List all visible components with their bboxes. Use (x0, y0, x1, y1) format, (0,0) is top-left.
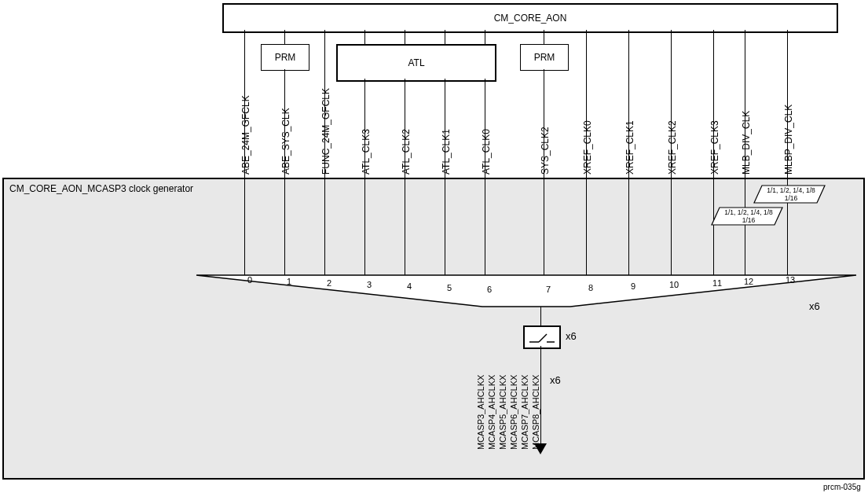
mux-idx-12: 12 (744, 277, 753, 286)
wire (540, 307, 541, 325)
cm-core-aon-label: CM_CORE_AON (494, 13, 567, 24)
svg-line-4 (539, 334, 547, 342)
x6-output: x6 (550, 374, 561, 386)
wire (364, 79, 365, 283)
mux-idx-10: 10 (669, 280, 679, 289)
out-1: MCASP4_AHCLKX (487, 375, 496, 450)
sig-7: SYS_CLK2 (540, 127, 551, 175)
wire (485, 30, 485, 44)
mux-shape (196, 275, 856, 314)
wire (284, 30, 285, 44)
sig-5: ATL_CLK1 (441, 129, 452, 175)
clock-generator-title: CM_CORE_AON_MCASP3 clock generator (9, 183, 193, 194)
wire (445, 79, 445, 287)
mux-idx-2: 2 (327, 278, 331, 288)
wire (445, 30, 445, 44)
prm-label-1: PRM (275, 52, 296, 63)
sig-1: ABE_SYS_CLK (280, 108, 291, 175)
prm-label-2: PRM (534, 52, 555, 63)
out-5: MCASP8_AHCLKX (531, 375, 540, 450)
mux-idx-0: 0 (247, 275, 252, 285)
prm-box-right: PRM (520, 44, 569, 71)
mux-idx-13: 13 (786, 275, 795, 285)
mux-idx-7: 7 (546, 285, 551, 294)
sig-4: ATL_CLK2 (401, 129, 412, 175)
wire (787, 203, 788, 280)
mux-idx-8: 8 (588, 283, 593, 292)
sig-11: XREF_CLK3 (709, 120, 720, 175)
sig-12: MLB_DIV_CLK (741, 111, 752, 175)
diagram: CM_CORE_AON PRM ATL PRM CM_CORE_AON_MCAS… (0, 0, 868, 500)
switch-icon (528, 329, 556, 345)
x6-switch: x6 (566, 330, 577, 342)
divider-text-12: 1/1, 1/2, 1/4, 1/81/16 (722, 208, 775, 224)
sig-3: ATL_CLK3 (361, 129, 372, 175)
out-3: MCASP6_AHCLKX (509, 375, 518, 450)
wire (405, 30, 405, 44)
sig-0: ABE_24M_GFCLK (240, 95, 251, 175)
wire (745, 225, 745, 283)
out-4: MCASP7_AHCLKX (520, 375, 529, 450)
sig-13: MLBP_DIV_CLK (783, 105, 794, 175)
sig-9: XREF_CLK1 (624, 120, 635, 175)
sig-8: XREF_CLK0 (582, 120, 593, 175)
atl-label: ATL (408, 57, 424, 68)
wire (485, 79, 485, 289)
wire (544, 69, 544, 291)
sig-2: FUNC_24M_GFCLK (320, 88, 331, 175)
prm-box-left: PRM (261, 44, 309, 71)
mux-idx-9: 9 (631, 281, 635, 291)
wire (284, 69, 285, 280)
sig-10: XREF_CLK2 (667, 120, 678, 175)
mux-idx-4: 4 (407, 281, 412, 291)
x6-mux: x6 (809, 300, 820, 312)
out-0: MCASP3_AHCLKX (476, 375, 485, 450)
figure-id: prcm-035g (823, 483, 861, 491)
divider-text-13: 1/1, 1/2, 1/4, 1/81/16 (764, 186, 818, 202)
svg-marker-2 (196, 275, 856, 307)
out-2: MCASP5_AHCLKX (498, 375, 507, 450)
switch-box (523, 325, 561, 349)
atl-box: ATL (336, 44, 496, 82)
mux-idx-11: 11 (712, 278, 722, 288)
wire (544, 30, 544, 44)
mux-idx-6: 6 (487, 285, 492, 294)
cm-core-aon-box: CM_CORE_AON (222, 3, 838, 33)
wire (405, 79, 405, 285)
mux-idx-1: 1 (287, 277, 291, 286)
sig-6: ATL_CLK0 (481, 129, 492, 175)
wire (540, 346, 541, 448)
mux-idx-5: 5 (447, 283, 452, 292)
mux-idx-3: 3 (367, 280, 372, 289)
wire (364, 30, 365, 44)
